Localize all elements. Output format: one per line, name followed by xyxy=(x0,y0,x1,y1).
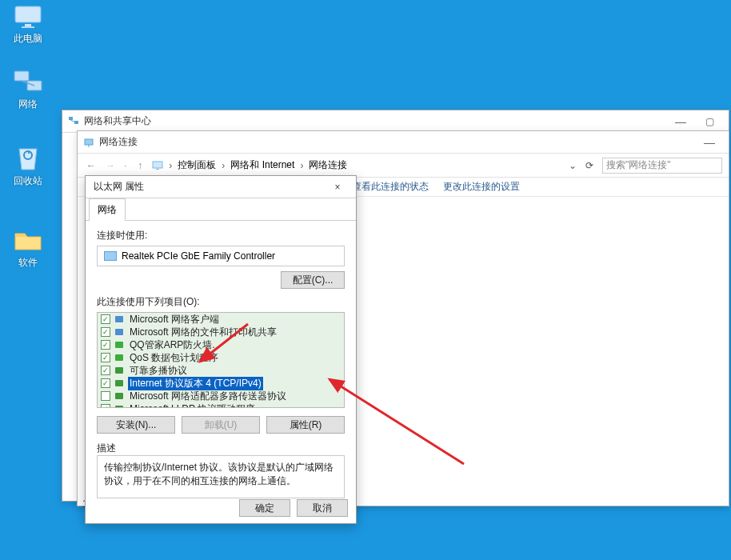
protocol-item[interactable]: ✓QoS 数据包计划程序 xyxy=(98,351,344,364)
network-icon xyxy=(12,69,44,96)
icon-label: 此电脑 xyxy=(4,32,52,46)
checkbox[interactable]: ✓ xyxy=(101,340,110,350)
desktop-icon-network[interactable]: 网络 xyxy=(4,69,52,111)
pc-icon xyxy=(152,161,163,170)
svg-rect-9 xyxy=(85,139,93,145)
proto-icon xyxy=(114,404,125,408)
protocol-label: Microsoft 网络客户端 xyxy=(128,313,221,326)
minimize-button[interactable]: — xyxy=(666,112,695,131)
svg-rect-2 xyxy=(22,26,34,28)
refresh-button[interactable]: ⟳ xyxy=(581,160,597,171)
svg-rect-14 xyxy=(115,329,123,335)
proto-icon xyxy=(114,378,125,388)
protocol-item[interactable]: ✓QQ管家ARP防火墙. xyxy=(98,338,344,351)
checkbox[interactable]: ✓ xyxy=(101,314,110,324)
svg-rect-6 xyxy=(69,117,73,120)
svg-rect-12 xyxy=(156,169,159,170)
ok-button[interactable]: 确定 xyxy=(239,499,290,517)
configure-button[interactable]: 配置(C)... xyxy=(281,271,345,289)
address-toolbar: ← → · ↑ › 控制面板 › 网络和 Internet › 网络连接 ⌄ ⟳… xyxy=(78,154,729,178)
back-button[interactable]: ← xyxy=(84,158,98,173)
folder-icon xyxy=(12,227,44,254)
install-button[interactable]: 安装(N)... xyxy=(97,416,175,434)
description-text: 传输控制协议/Internet 协议。该协议是默认的广域网络协议，用于在不同的相… xyxy=(97,455,345,498)
protocol-list[interactable]: ✓Microsoft 网络客户端✓Microsoft 网络的文件和打印机共享✓Q… xyxy=(97,312,345,408)
protocol-label: Microsoft 网络的文件和打印机共享 xyxy=(128,326,278,339)
recycle-bin-icon xyxy=(12,146,44,173)
desktop-icon-this-pc[interactable]: 此电脑 xyxy=(4,3,52,46)
maximize-button[interactable]: ▢ xyxy=(695,112,724,131)
checkbox[interactable]: ✓ xyxy=(101,366,110,375)
proto-icon xyxy=(114,391,125,401)
cancel-button[interactable]: 取消 xyxy=(297,499,348,517)
connect-using-label: 连接时使用: xyxy=(97,229,345,242)
window-title: 网络和共享中心 xyxy=(84,114,666,128)
svg-rect-16 xyxy=(115,354,123,361)
search-placeholder: 搜索"网络连接" xyxy=(606,158,671,172)
tab-network[interactable]: 网络 xyxy=(89,198,126,221)
checkbox[interactable]: ✓ xyxy=(101,353,110,362)
window-title: 网络连接 xyxy=(99,135,695,149)
adapter-name: Realtek PCIe GbE Family Controller xyxy=(122,250,275,262)
uninstall-button[interactable]: 卸载(U) xyxy=(182,416,260,434)
client-icon xyxy=(114,314,125,324)
items-label: 此连接使用下列项目(O): xyxy=(97,295,345,309)
connections-icon xyxy=(82,136,95,149)
svg-rect-1 xyxy=(25,24,31,26)
protocol-label: 可靠多播协议 xyxy=(128,364,189,378)
adapter-icon xyxy=(104,251,117,261)
share-icon xyxy=(114,327,125,337)
checkbox[interactable]: ✓ xyxy=(101,327,110,337)
proto-icon xyxy=(114,366,125,375)
svg-rect-13 xyxy=(115,316,123,322)
icon-label: 软件 xyxy=(4,256,52,270)
monitor-icon xyxy=(12,3,44,30)
adapter-field[interactable]: Realtek PCIe GbE Family Controller xyxy=(97,246,345,266)
cmd-view-status[interactable]: 查看此连接的状态 xyxy=(352,180,429,194)
checkbox[interactable] xyxy=(101,391,110,401)
svg-rect-17 xyxy=(115,367,123,374)
forward-button[interactable]: → xyxy=(103,158,118,173)
svg-rect-18 xyxy=(115,380,123,386)
qq-icon xyxy=(114,340,125,350)
dialog-ethernet-properties: 以太网 属性 × 网络 连接时使用: Realtek PCIe GbE Fami… xyxy=(85,175,357,524)
protocol-label: Internet 协议版本 4 (TCP/IPv4) xyxy=(128,377,263,390)
icon-label: 回收站 xyxy=(4,174,52,188)
protocol-item[interactable]: Microsoft 网络适配器多路传送器协议 xyxy=(98,390,344,402)
network-center-icon xyxy=(67,115,80,128)
qos-icon xyxy=(114,353,125,362)
desktop-icon-software[interactable]: 软件 xyxy=(4,227,52,270)
svg-rect-0 xyxy=(15,6,41,22)
crumb-network-internet[interactable]: 网络和 Internet xyxy=(230,158,294,172)
crumb-network-connections[interactable]: 网络连接 xyxy=(309,158,347,172)
breadcrumb[interactable]: › 控制面板 › 网络和 Internet › 网络连接 xyxy=(152,158,564,172)
svg-rect-11 xyxy=(153,162,162,168)
protocol-item[interactable]: ✓Microsoft 网络客户端 xyxy=(98,313,344,326)
protocol-item[interactable]: ✓Microsoft LLDP 协议驱动程序 xyxy=(98,402,344,408)
properties-button[interactable]: 属性(R) xyxy=(266,416,345,434)
description-label: 描述 xyxy=(97,442,345,455)
minimize-button[interactable]: — xyxy=(695,133,724,152)
svg-rect-19 xyxy=(115,393,123,399)
protocol-item[interactable]: ✓Internet 协议版本 4 (TCP/IPv4) xyxy=(98,377,344,390)
protocol-label: Microsoft 网络适配器多路传送器协议 xyxy=(128,390,288,403)
icon-label: 网络 xyxy=(4,98,52,111)
desktop-icon-recycle-bin[interactable]: 回收站 xyxy=(4,146,52,188)
checkbox[interactable]: ✓ xyxy=(101,378,110,388)
address-dropdown[interactable]: ⌄ xyxy=(569,160,577,171)
protocol-item[interactable]: ✓Microsoft 网络的文件和打印机共享 xyxy=(98,326,344,338)
protocol-label: QoS 数据包计划程序 xyxy=(128,351,220,365)
tab-strip: 网络 xyxy=(86,198,356,221)
svg-rect-3 xyxy=(14,71,29,81)
dialog-title: 以太网 属性 xyxy=(94,180,327,194)
crumb-control-panel[interactable]: 控制面板 xyxy=(178,158,216,172)
checkbox[interactable]: ✓ xyxy=(101,404,110,408)
cmd-change-settings[interactable]: 更改此连接的设置 xyxy=(443,180,520,194)
protocol-label: QQ管家ARP防火墙. xyxy=(128,338,217,352)
up-button[interactable]: ↑ xyxy=(133,158,147,173)
close-button[interactable]: × xyxy=(327,178,348,196)
svg-rect-15 xyxy=(115,342,123,348)
svg-rect-20 xyxy=(115,406,123,408)
protocol-item[interactable]: ✓可靠多播协议 xyxy=(98,364,344,377)
search-input[interactable]: 搜索"网络连接" xyxy=(602,158,722,174)
